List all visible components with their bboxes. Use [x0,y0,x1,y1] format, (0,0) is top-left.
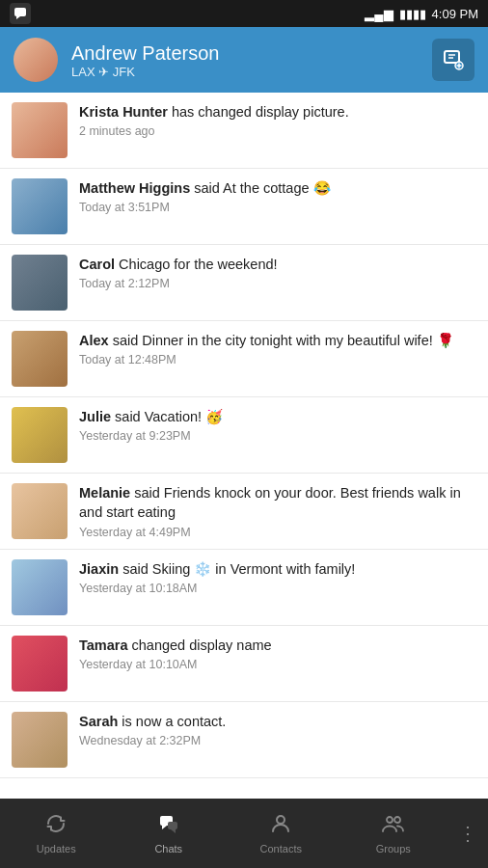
chat-message: Jiaxin said Skiing ❄️ in Vermont with fa… [79,559,476,579]
nav-item-updates[interactable]: Updates [0,799,113,868]
chat-item[interactable]: Jiaxin said Skiing ❄️ in Vermont with fa… [0,550,488,626]
chat-content: Jiaxin said Skiing ❄️ in Vermont with fa… [79,559,476,595]
chat-item[interactable]: Matthew Higgins said At the cottage 😂Tod… [0,169,488,245]
chat-item[interactable]: Sarah is now a contact.Wednesday at 2:32… [0,702,488,778]
svg-marker-1 [16,16,20,19]
chat-content: Krista Hunter has changed display pictur… [79,102,476,138]
contacts-icon [269,812,292,839]
signal-icon: ▂▄▆ [365,7,393,21]
bbm-app-icon [13,6,28,21]
chat-content: Matthew Higgins said At the cottage 😂Tod… [79,178,476,214]
chat-message: Alex said Dinner in the city tonight wit… [79,331,476,350]
chat-content: Alex said Dinner in the city tonight wit… [79,331,476,366]
battery-icon: ▮▮▮▮ [399,7,426,21]
chat-message: Julie said Vacation! 🥳 [79,407,476,426]
chat-time: Yesterday at 9:23PM [79,429,476,443]
status-text: LAX ✈ JFK [71,65,135,79]
chat-message: Melanie said Friends knock on your door.… [79,483,476,523]
chat-content: Julie said Vacation! 🥳Yesterday at 9:23P… [79,407,476,443]
chat-time: Yesterday at 10:10AM [79,658,476,671]
svg-rect-0 [14,8,26,16]
compose-button[interactable] [432,39,474,81]
chat-avatar [12,483,68,539]
svg-point-13 [387,817,393,823]
chat-avatar [12,331,68,387]
chat-avatar [12,255,68,311]
bottom-nav: Updates Chats Contacts [0,799,488,868]
chats-label: Chats [154,843,182,854]
groups-icon [382,812,405,839]
chat-item[interactable]: Melanie said Friends knock on your door.… [0,474,488,550]
chat-avatar [12,102,68,158]
updates-label: Updates [37,843,76,854]
more-button[interactable]: ⋮ [449,822,488,845]
chat-avatar [12,636,68,692]
nav-item-groups[interactable]: Groups [338,799,450,868]
compose-icon [442,48,465,71]
svg-rect-2 [445,51,459,63]
updates-icon [44,812,68,839]
status-bar: ▂▄▆ ▮▮▮▮ 4:09 PM [0,0,488,27]
chat-time: Yesterday at 10:18AM [79,582,476,595]
chat-list: Krista Hunter has changed display pictur… [0,93,488,799]
user-status: LAX ✈ JFK [71,65,219,79]
nav-item-chats[interactable]: Chats [113,799,226,868]
chat-avatar [12,712,68,768]
chat-item[interactable]: Krista Hunter has changed display pictur… [0,93,488,169]
chat-message: Krista Hunter has changed display pictur… [79,102,476,122]
svg-rect-10 [168,822,177,829]
chat-time: 2 minutes ago [79,124,476,138]
groups-label: Groups [376,843,411,854]
chat-time: Wednesday at 2:32PM [79,734,476,747]
chat-time: Today at 3:51PM [79,201,476,214]
chat-message: Carol Chicago for the weekend! [79,255,476,274]
nav-item-contacts[interactable]: Contacts [225,799,338,868]
user-avatar [14,38,58,82]
chat-avatar [12,178,68,234]
user-name: Andrew Paterson [71,41,219,65]
app-icon [10,3,31,24]
svg-marker-9 [162,826,167,829]
svg-point-14 [394,817,400,823]
chat-item[interactable]: Tamara changed display nameYesterday at … [0,626,488,702]
header: Andrew Paterson LAX ✈ JFK [0,27,488,93]
chat-avatar [12,407,68,463]
chat-time: Today at 2:12PM [79,277,476,290]
chat-item[interactable]: Alex said Dinner in the city tonight wit… [0,321,488,397]
chat-message: Tamara changed display name [79,636,476,655]
chat-content: Melanie said Friends knock on your door.… [79,483,476,539]
user-avatar-image [14,38,58,82]
header-info: Andrew Paterson LAX ✈ JFK [71,41,219,79]
chat-content: Carol Chicago for the weekend!Today at 2… [79,255,476,290]
chat-item[interactable]: Carol Chicago for the weekend!Today at 2… [0,245,488,321]
svg-marker-11 [171,829,176,833]
chat-item[interactable]: Julie said Vacation! 🥳Yesterday at 9:23P… [0,397,488,474]
more-icon: ⋮ [458,822,479,845]
chat-message: Matthew Higgins said At the cottage 😂 [79,178,476,198]
chat-avatar [12,559,68,615]
contacts-label: Contacts [260,843,302,854]
chat-content: Sarah is now a contact.Wednesday at 2:32… [79,712,476,747]
chats-icon [157,812,180,839]
chat-message: Sarah is now a contact. [79,712,476,731]
status-left [10,3,31,24]
chat-content: Tamara changed display nameYesterday at … [79,636,476,671]
header-left: Andrew Paterson LAX ✈ JFK [14,38,219,82]
status-right: ▂▄▆ ▮▮▮▮ 4:09 PM [365,7,478,21]
svg-point-12 [277,816,285,824]
chat-time: Yesterday at 4:49PM [79,526,476,539]
time-display: 4:09 PM [432,7,478,21]
chat-time: Today at 12:48PM [79,353,476,366]
